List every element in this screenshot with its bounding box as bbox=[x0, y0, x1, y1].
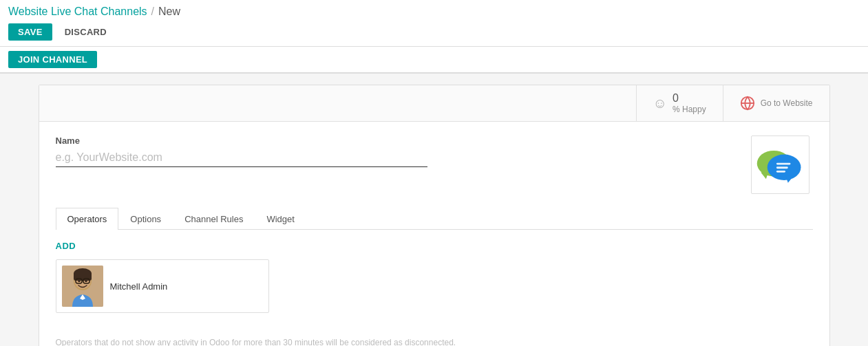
secondary-bar: JOIN CHANNEL bbox=[0, 47, 868, 74]
tab-content-operators: ADD bbox=[39, 230, 829, 332]
happy-stat-text: 0 % Happy bbox=[673, 92, 706, 114]
name-label: Name bbox=[56, 136, 737, 146]
breadcrumb-current: New bbox=[158, 6, 180, 18]
avatar bbox=[62, 266, 103, 307]
card-stats: ☺ 0 % Happy Go to Website bbox=[39, 85, 829, 122]
svg-rect-7 bbox=[776, 166, 787, 169]
action-buttons: SAVE DISCARD bbox=[8, 23, 860, 41]
discard-button[interactable]: DISCARD bbox=[58, 23, 114, 41]
join-channel-button[interactable]: JOIN CHANNEL bbox=[8, 51, 97, 68]
breadcrumb-parent[interactable]: Website Live Chat Channels bbox=[8, 6, 147, 18]
globe-icon bbox=[740, 96, 755, 111]
svg-rect-8 bbox=[776, 171, 785, 173]
breadcrumb-separator: / bbox=[151, 6, 154, 18]
top-bar: Website Live Chat Channels / New SAVE DI… bbox=[0, 0, 868, 47]
channel-card: ☺ 0 % Happy Go to Website bbox=[39, 85, 830, 346]
name-form-group: Name bbox=[56, 136, 737, 167]
go-to-website-label: Go to Website bbox=[761, 98, 813, 108]
table-row: Mitchell Admin bbox=[56, 259, 269, 313]
svg-point-15 bbox=[85, 279, 87, 282]
svg-rect-6 bbox=[776, 163, 790, 165]
chat-logo-svg bbox=[754, 139, 806, 191]
card-body: Name bbox=[39, 122, 829, 208]
happy-count: 0 bbox=[673, 92, 679, 105]
happy-stat[interactable]: ☺ 0 % Happy bbox=[636, 85, 723, 121]
tab-options[interactable]: Options bbox=[118, 208, 173, 230]
breadcrumb: Website Live Chat Channels / New bbox=[8, 6, 860, 18]
save-button[interactable]: SAVE bbox=[8, 23, 52, 41]
go-to-website-stat[interactable]: Go to Website bbox=[723, 85, 829, 121]
tabs: Operators Options Channel Rules Widget bbox=[56, 208, 813, 230]
name-input[interactable] bbox=[56, 149, 427, 167]
card-image bbox=[751, 136, 813, 194]
main-content: ☺ 0 % Happy Go to Website bbox=[0, 74, 868, 346]
smiley-icon: ☺ bbox=[653, 96, 667, 111]
card-form: Name bbox=[56, 136, 737, 194]
operator-avatar-svg bbox=[62, 266, 103, 307]
tab-widget[interactable]: Widget bbox=[255, 208, 306, 230]
operators-list: Mitchell Admin bbox=[56, 259, 813, 313]
happy-label: % Happy bbox=[673, 105, 706, 114]
add-operator-button[interactable]: ADD bbox=[56, 241, 76, 251]
footer-note: Operators that do not show any activity … bbox=[39, 332, 829, 346]
svg-point-14 bbox=[78, 279, 81, 282]
go-to-website-text: Go to Website bbox=[761, 98, 813, 108]
tab-channel-rules[interactable]: Channel Rules bbox=[173, 208, 255, 230]
chat-logo bbox=[751, 136, 809, 194]
tab-operators[interactable]: Operators bbox=[56, 208, 119, 230]
operator-name: Mitchell Admin bbox=[110, 281, 168, 292]
